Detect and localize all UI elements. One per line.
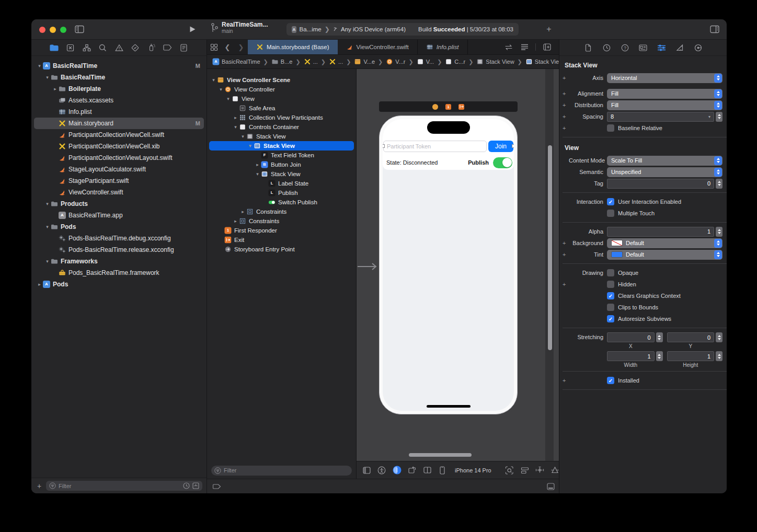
file-row[interactable]: Pods-BasicRealTime.release.xcconfig — [34, 244, 204, 256]
spacing-field[interactable]: 8▾ — [607, 112, 714, 122]
chevron-down-icon[interactable]: ▾ — [239, 134, 246, 139]
horizontal-scrollbar[interactable] — [409, 453, 472, 457]
semantic-popup[interactable]: Unspecified — [607, 167, 722, 177]
chevron-down-icon[interactable]: ▾ — [44, 259, 51, 264]
baseline-relative-checkbox[interactable] — [607, 124, 614, 132]
toggle-debug-area-icon[interactable] — [546, 482, 555, 491]
file-row[interactable]: ParticipantCollectionViewCell.swift — [34, 129, 204, 141]
chevron-down-icon[interactable]: ▾ — [210, 77, 217, 83]
outline-row[interactable]: Exit — [209, 235, 354, 245]
add-file-button[interactable]: + — [36, 482, 43, 490]
debug-navigator-icon[interactable] — [147, 43, 156, 52]
outline-row-selected[interactable]: ▾Stack View — [209, 141, 354, 151]
add-editor-icon[interactable] — [540, 43, 554, 51]
add-variation-button[interactable]: + — [563, 377, 569, 384]
file-row[interactable]: ▾BasicRealTime — [34, 72, 204, 83]
file-row[interactable]: ViewController.swift — [34, 187, 204, 198]
opaque-checkbox[interactable] — [607, 269, 614, 276]
identity-inspector-tab[interactable] — [638, 43, 648, 52]
stretching-height-stepper[interactable] — [716, 351, 722, 361]
clears-graphics-checkbox[interactable]: ✓ — [607, 292, 614, 299]
chevron-right-icon[interactable]: ▸ — [232, 115, 239, 120]
close-window-button[interactable] — [39, 27, 45, 33]
file-row[interactable]: ParticipantCollectionViewLayout.swift — [34, 152, 204, 164]
tag-stepper[interactable] — [716, 179, 722, 189]
attributes-inspector-tab[interactable] — [657, 43, 666, 52]
editor-tab-main-storyboard-base-[interactable]: Main.storyboard (Base) — [248, 40, 338, 54]
file-row[interactable]: ▾ABasicRealTimeM — [34, 60, 204, 72]
chevron-down-icon[interactable]: ▾ — [44, 201, 51, 206]
outline-row[interactable]: ▸BButton Join — [209, 160, 354, 169]
breadcrumb-item[interactable]: ABasicRealTime — [212, 58, 260, 65]
outline-row[interactable]: Switch Publish — [209, 198, 354, 207]
breadcrumb-item[interactable]: Stack View — [476, 58, 514, 65]
outline-row[interactable]: ▸Collection View Participants — [209, 113, 354, 122]
outline-row[interactable]: LPublish — [209, 188, 354, 198]
chevron-down-icon[interactable]: ▾ — [247, 143, 254, 148]
stretching-width-stepper[interactable] — [656, 351, 663, 361]
exit-dock-icon[interactable] — [458, 104, 464, 110]
join-button[interactable]: Join — [488, 141, 513, 152]
spacing-stepper[interactable] — [716, 112, 722, 122]
breakpoints-toggle-icon[interactable] — [212, 482, 222, 491]
device-name[interactable]: iPhone 14 Pro — [455, 467, 491, 473]
source-control-navigator-icon[interactable] — [66, 43, 75, 52]
installed-checkbox[interactable]: ✓ — [607, 377, 614, 384]
outline-row[interactable]: 1First Responder — [209, 226, 354, 235]
add-variation-button[interactable]: + — [563, 102, 569, 108]
user-interaction-checkbox[interactable]: ✓ — [607, 198, 614, 205]
breadcrumb-item[interactable]: V...e — [354, 58, 375, 65]
chevron-right-icon[interactable]: ▸ — [239, 209, 246, 214]
stretching-y-stepper[interactable] — [716, 332, 722, 342]
stretching-width-field[interactable]: 1 — [607, 351, 655, 361]
add-scheme-button[interactable]: + — [544, 24, 554, 34]
project-navigator-icon[interactable] — [50, 43, 59, 52]
publish-switch[interactable] — [493, 157, 512, 168]
background-popup[interactable]: Default — [607, 238, 722, 248]
scheme-destination[interactable]: Any iOS Device (arm64) — [341, 26, 406, 32]
zoom-window-button[interactable] — [60, 27, 66, 33]
chevron-down-icon[interactable]: ▾ — [36, 63, 43, 68]
editor-options-icon[interactable] — [518, 44, 531, 50]
chevron-down-icon[interactable]: ▾ — [225, 96, 232, 101]
file-inspector-tab[interactable] — [583, 43, 593, 52]
file-row[interactable]: StageParticipant.swift — [34, 175, 204, 187]
breadcrumb-item[interactable]: B...e — [271, 58, 293, 65]
breadcrumb-item[interactable]: ... — [329, 58, 343, 65]
file-row[interactable]: ▾Frameworks — [34, 256, 204, 267]
content-mode-popup[interactable]: Scale To Fill — [607, 156, 722, 166]
scheme-bar[interactable]: A Ba...ime ❯ Any iOS Device (arm64) Buil… — [286, 23, 519, 36]
tint-popup[interactable]: Default — [607, 250, 722, 260]
add-variation-button[interactable]: + — [563, 125, 569, 131]
chevron-down-icon[interactable]: ▾ — [44, 224, 51, 229]
history-inspector-tab[interactable] — [602, 43, 611, 52]
issue-navigator-icon[interactable] — [114, 43, 124, 52]
outline-row[interactable]: ▾Stack View — [209, 132, 354, 141]
file-row[interactable]: ParticipantCollectionViewCell.xib — [34, 141, 204, 152]
file-row[interactable]: ▸APods — [34, 279, 204, 290]
stretching-y-field[interactable]: 0 — [667, 332, 715, 342]
run-button[interactable] — [187, 24, 198, 34]
file-row[interactable]: Assets.xcassets — [34, 95, 204, 106]
stretching-height-field[interactable]: 1 — [667, 351, 715, 361]
hidden-checkbox[interactable] — [607, 281, 614, 288]
minimize-window-button[interactable] — [50, 27, 56, 33]
appearance-toggle-icon[interactable] — [392, 466, 402, 475]
autoresize-checkbox[interactable]: ✓ — [607, 315, 614, 322]
breadcrumb-item[interactable]: Stack View — [525, 58, 559, 65]
view-controller-dock-icon[interactable] — [432, 104, 438, 110]
scheme-app-name[interactable]: Ba...ime — [300, 26, 322, 32]
add-variation-button[interactable]: + — [563, 113, 569, 120]
clips-to-bounds-checkbox[interactable] — [607, 304, 614, 311]
chevron-right-icon[interactable]: ▸ — [254, 162, 261, 167]
alignment-icon[interactable] — [520, 466, 530, 475]
test-navigator-icon[interactable] — [131, 43, 140, 52]
add-variation-button[interactable]: + — [563, 251, 569, 258]
file-row[interactable]: Pods_BasicRealTime.framework — [34, 267, 204, 279]
code-review-icon[interactable] — [502, 44, 515, 51]
file-row[interactable]: ▾Pods — [34, 221, 204, 233]
file-row[interactable]: Info.plist — [34, 106, 204, 118]
recents-clock-icon[interactable] — [183, 482, 190, 489]
selection-handle-right[interactable] — [512, 144, 514, 148]
chevron-right-icon[interactable]: ▸ — [232, 218, 239, 224]
